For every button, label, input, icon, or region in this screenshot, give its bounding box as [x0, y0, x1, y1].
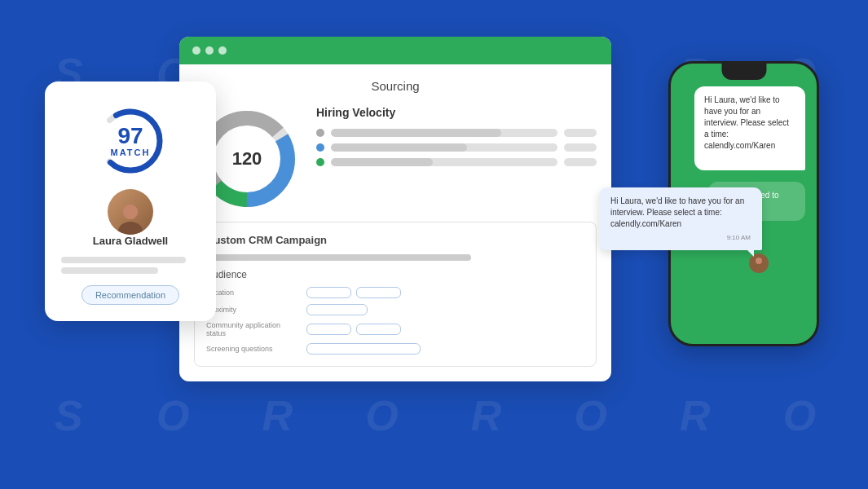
info-bar-1 — [61, 257, 186, 263]
velocity-bar-small-2 — [564, 143, 597, 152]
crm-field-inputs-location — [306, 287, 401, 298]
svg-point-4 — [123, 205, 138, 219]
person-name: Laura Gladwell — [93, 235, 168, 247]
window-dot-3 — [218, 46, 227, 55]
velocity-row-1 — [316, 129, 597, 137]
velocity-row-2 — [316, 143, 597, 152]
velocity-bar-fill-2 — [331, 143, 467, 152]
velocity-bar-bg-3 — [331, 158, 557, 166]
window-dot-2 — [205, 46, 214, 55]
velocity-bar-bg-2 — [331, 143, 557, 152]
match-score-circle: 97 MATCH — [94, 104, 167, 178]
crm-fields: Location Proximity Community application… — [206, 287, 584, 355]
avatar — [108, 189, 153, 235]
hiring-velocity-title: Hiring Velocity — [316, 106, 597, 119]
crm-field-label-location: Location — [206, 289, 300, 297]
velocity-bar-bg-1 — [331, 129, 557, 137]
velocity-bar-fill-1 — [331, 129, 501, 137]
crm-input-community-1[interactable] — [306, 324, 351, 335]
crm-input-location-2[interactable] — [356, 287, 401, 298]
velocity-dot-1 — [316, 129, 324, 137]
crm-campaign-panel: Custom CRM Campaign Audience Location Pr… — [194, 222, 597, 367]
crm-field-label-community-status: Community application status — [206, 321, 300, 337]
chat-popup-overlay: Hi Laura, we'd like to have you for an i… — [599, 187, 762, 250]
velocity-bar-fill-3 — [331, 158, 433, 166]
crm-input-community-2[interactable] — [356, 324, 401, 335]
crm-field-label-screening: Screening questions — [206, 345, 300, 353]
hiring-velocity-panel: Hiring Velocity — [316, 106, 597, 166]
donut-number: 120 — [232, 148, 262, 170]
crm-field-proximity: Proximity — [206, 304, 584, 315]
svg-point-1 — [89, 99, 172, 183]
velocity-row-3 — [316, 158, 597, 166]
velocity-bar-small-1 — [564, 129, 597, 137]
velocity-dot-3 — [316, 158, 324, 166]
sourcing-top-row: 120 Hiring Velocity — [194, 106, 597, 212]
sourcing-card: Sourcing 120 Hiring Velocity — [179, 37, 611, 381]
phone-notch — [721, 64, 766, 80]
chat-time: 9:10 AM — [704, 153, 795, 162]
window-controls — [192, 46, 227, 55]
window-dot-1 — [192, 46, 200, 55]
audience-label: Audience — [206, 269, 584, 280]
crm-top-bar — [206, 254, 471, 261]
recommendation-button[interactable]: Recommendation — [82, 285, 179, 305]
crm-field-community-status: Community application status — [206, 321, 584, 337]
svg-point-12 — [753, 265, 764, 271]
sourcing-title: Sourcing — [194, 79, 597, 93]
popup-avatar — [749, 253, 769, 273]
crm-title: Custom CRM Campaign — [206, 234, 584, 246]
chat-bubble-system: Hi Laura, we'd like to have you for an i… — [694, 86, 805, 170]
chat-popup-text: Hi Laura, we'd like to have you for an i… — [610, 196, 744, 228]
crm-field-screening: Screening questions — [206, 343, 584, 355]
crm-field-inputs-community — [306, 324, 401, 335]
svg-point-11 — [756, 258, 762, 264]
velocity-dot-2 — [316, 143, 324, 152]
sourcing-body: Sourcing 120 Hiring Velocity — [179, 64, 611, 381]
sourcing-header — [179, 37, 611, 64]
velocity-bars — [316, 129, 597, 166]
velocity-bar-small-3 — [564, 158, 597, 166]
popup-time: 9:10 AM — [610, 233, 751, 242]
person-info-bars — [61, 257, 200, 274]
match-card: 97 MATCH Laura Gladwell Recommendation — [45, 82, 216, 321]
chat-message-system: Hi Laura, we'd like to have you for an i… — [704, 95, 789, 150]
crm-input-location-1[interactable] — [306, 287, 351, 298]
info-bar-2 — [61, 267, 158, 274]
chat-right-container: Hi Laura, we'd like to have you for an i… — [682, 86, 805, 170]
crm-field-location: Location — [206, 287, 584, 298]
svg-point-3 — [118, 222, 143, 235]
crm-input-proximity[interactable] — [306, 304, 368, 315]
crm-input-screening[interactable] — [306, 343, 421, 355]
crm-field-label-proximity: Proximity — [206, 306, 300, 314]
